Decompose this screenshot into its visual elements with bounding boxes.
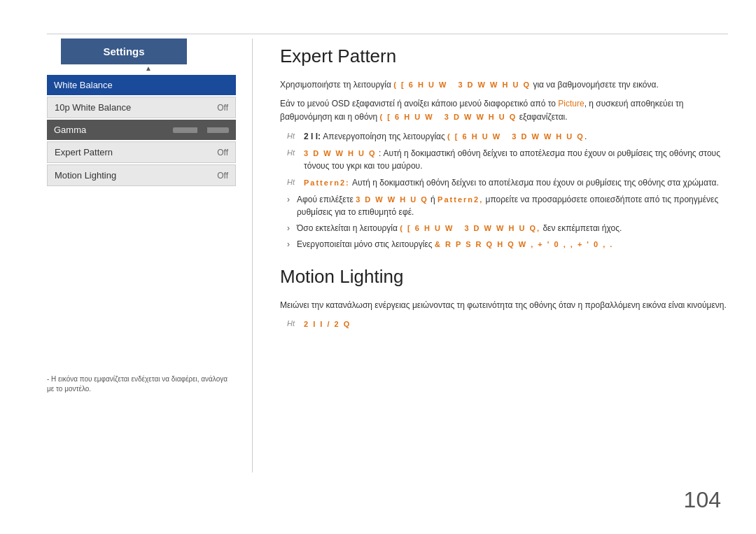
- ht-label-3: Ht: [287, 176, 300, 188]
- menu-white-balance[interactable]: White Balance: [47, 75, 236, 95]
- menu-motion-lighting[interactable]: Motion Lighting Off: [47, 164, 236, 186]
- page-number: 104: [684, 487, 721, 513]
- gamma-slider-thumb: [197, 125, 207, 135]
- ht-row-2: Ht 3 D W W H U Q : Αυτή η δοκιμαστική οθ…: [287, 147, 728, 172]
- menu-expert-value: Off: [217, 148, 228, 157]
- bullet-row-1: › Αφού επιλέξετε 3 D W W H U Q ή Pattern…: [287, 193, 728, 218]
- ht-3-text: Pattern2: Αυτή η δοκιμαστική οθόνη δείχν…: [304, 176, 719, 189]
- expert-pattern-orange2: ( [ 6 H U W 3 D W W H U Q: [380, 113, 517, 121]
- ht-1-text: 2 I I: Απενεργοποίηση της λειτουργίας ( …: [304, 130, 587, 143]
- bullet-dot-1: ›: [287, 193, 293, 206]
- bullet-dot-2: ›: [287, 222, 293, 234]
- menu-10p-white-balance[interactable]: 10p White Balance Off: [47, 97, 236, 118]
- menu-gamma-label: Gamma: [54, 125, 86, 135]
- motion-ht-text: 2 I I / 2 Q: [304, 318, 351, 330]
- ht-2-text: 3 D W W H U Q : Αυτή η δοκιμαστική οθόνη…: [304, 147, 728, 172]
- ht-row-1: Ht 2 I I: Απενεργοποίηση της λειτουργίας…: [287, 130, 728, 143]
- menu-10p-value: Off: [217, 103, 228, 113]
- ht-label-1: Ht: [287, 130, 300, 142]
- menu-motion-label: Motion Lighting: [55, 170, 116, 181]
- left-panel: Settings ▲ White Balance 10p White Balan…: [47, 38, 236, 188]
- motion-lighting-para1: Μειώνει την κατανάλωση ενέργειας μειώνον…: [280, 299, 728, 312]
- menu-white-balance-label: White Balance: [54, 80, 113, 90]
- gamma-slider-container: [173, 127, 229, 133]
- picture-orange: Picture: [558, 99, 584, 108]
- expert-pattern-para1: Χρησιμοποιήστε τη λειτουργία ( [ 6 H U W…: [280, 78, 728, 92]
- menu-expert-pattern[interactable]: Expert Pattern Off: [47, 141, 236, 163]
- bullet-3-text: Ενεργοποιείται μόνο στις λειτουργίες & R…: [297, 238, 613, 251]
- vertical-divider: [252, 38, 253, 472]
- settings-arrow: ▲: [61, 64, 236, 72]
- bullet-dot-3: ›: [287, 238, 293, 251]
- gamma-slider[interactable]: [173, 127, 229, 133]
- expert-pattern-title: Expert Pattern: [280, 45, 728, 67]
- bullet-row-2: › Όσο εκτελείται η λειτουργία ( [ 6 H U …: [287, 222, 728, 234]
- bullet-row-3: › Ενεργοποιείται μόνο στις λειτουργίες &…: [287, 238, 728, 251]
- ht-label-2: Ht: [287, 147, 300, 159]
- bullet-2-text: Όσο εκτελείται η λειτουργία ( [ 6 H U W …: [297, 222, 622, 234]
- expert-pattern-para2: Εάν το μενού OSD εξαφανιστεί ή ανοίξει κ…: [280, 97, 728, 124]
- footnote: - Η εικόνα που εμφανίζεται ενδέχεται να …: [47, 374, 236, 394]
- ht-row-3: Ht Pattern2: Αυτή η δοκιμαστική οθόνη δε…: [287, 176, 728, 189]
- motion-lighting-title: Motion Lighting: [280, 266, 728, 288]
- menu-10p-label: 10p White Balance: [55, 102, 131, 113]
- menu-motion-value: Off: [217, 171, 228, 181]
- menu-expert-label: Expert Pattern: [55, 147, 113, 157]
- motion-ht-label: Ht: [287, 318, 300, 330]
- motion-ht-row: Ht 2 I I / 2 Q: [287, 318, 728, 330]
- settings-label: Settings: [103, 45, 144, 57]
- expert-pattern-orange1: ( [ 6 H U W 3 D W W H U Q: [393, 80, 531, 89]
- settings-box: Settings: [61, 38, 187, 64]
- right-panel: Expert Pattern Χρησιμοποιήστε τη λειτουρ…: [280, 38, 728, 335]
- menu-gamma[interactable]: Gamma: [47, 120, 236, 140]
- bullet-1-text: Αφού επιλέξετε 3 D W W H U Q ή Pattern2,…: [297, 193, 728, 218]
- top-divider: [47, 34, 728, 34]
